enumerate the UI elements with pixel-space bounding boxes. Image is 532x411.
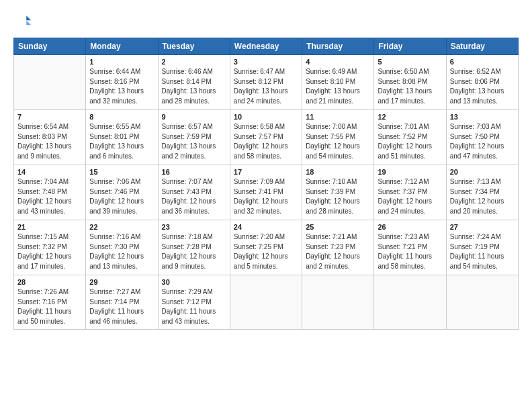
calendar-cell: 22Sunrise: 7:16 AM Sunset: 7:30 PM Dayli… (86, 220, 158, 275)
calendar-week-row: 21Sunrise: 7:15 AM Sunset: 7:32 PM Dayli… (14, 220, 519, 275)
calendar-cell: 21Sunrise: 7:15 AM Sunset: 7:32 PM Dayli… (14, 220, 86, 275)
calendar-cell: 15Sunrise: 7:06 AM Sunset: 7:46 PM Dayli… (86, 165, 158, 220)
day-info: Sunrise: 6:46 AM Sunset: 8:14 PM Dayligh… (162, 67, 226, 106)
day-info: Sunrise: 7:10 AM Sunset: 7:39 PM Dayligh… (306, 177, 370, 216)
calendar-cell (230, 275, 302, 330)
day-info: Sunrise: 7:07 AM Sunset: 7:43 PM Dayligh… (162, 177, 226, 216)
day-info: Sunrise: 7:00 AM Sunset: 7:55 PM Dayligh… (306, 122, 370, 161)
day-number: 11 (306, 113, 370, 121)
logo (13, 12, 35, 31)
day-info: Sunrise: 6:57 AM Sunset: 7:59 PM Dayligh… (162, 122, 226, 161)
calendar-cell: 5Sunrise: 6:50 AM Sunset: 8:08 PM Daylig… (374, 55, 446, 110)
day-number: 20 (450, 168, 515, 176)
day-info: Sunrise: 6:49 AM Sunset: 8:10 PM Dayligh… (306, 67, 370, 106)
day-number: 7 (17, 113, 82, 121)
calendar-cell: 11Sunrise: 7:00 AM Sunset: 7:55 PM Dayli… (302, 110, 374, 165)
day-info: Sunrise: 7:03 AM Sunset: 7:50 PM Dayligh… (450, 122, 515, 161)
calendar-cell: 24Sunrise: 7:20 AM Sunset: 7:25 PM Dayli… (230, 220, 302, 275)
day-number: 5 (378, 58, 442, 66)
day-number: 26 (378, 223, 442, 231)
day-number: 27 (450, 223, 515, 231)
calendar-cell: 14Sunrise: 7:04 AM Sunset: 7:48 PM Dayli… (14, 165, 86, 220)
logo-icon (13, 12, 32, 31)
calendar-cell (14, 55, 86, 110)
calendar-cell: 4Sunrise: 6:49 AM Sunset: 8:10 PM Daylig… (302, 55, 374, 110)
day-number: 10 (234, 113, 298, 121)
day-number: 30 (162, 278, 226, 286)
header (13, 12, 519, 31)
calendar-cell: 30Sunrise: 7:29 AM Sunset: 7:12 PM Dayli… (158, 275, 230, 330)
calendar-header-sunday: Sunday (14, 38, 86, 55)
day-info: Sunrise: 7:20 AM Sunset: 7:25 PM Dayligh… (234, 232, 298, 271)
calendar-table: SundayMondayTuesdayWednesdayThursdayFrid… (13, 38, 519, 330)
calendar-cell: 1Sunrise: 6:44 AM Sunset: 8:16 PM Daylig… (86, 55, 158, 110)
calendar-cell: 2Sunrise: 6:46 AM Sunset: 8:14 PM Daylig… (158, 55, 230, 110)
day-info: Sunrise: 6:47 AM Sunset: 8:12 PM Dayligh… (234, 67, 298, 106)
day-number: 8 (89, 113, 154, 121)
calendar-cell: 17Sunrise: 7:09 AM Sunset: 7:41 PM Dayli… (230, 165, 302, 220)
day-info: Sunrise: 7:09 AM Sunset: 7:41 PM Dayligh… (234, 177, 298, 216)
calendar-cell: 12Sunrise: 7:01 AM Sunset: 7:52 PM Dayli… (374, 110, 446, 165)
calendar-cell: 3Sunrise: 6:47 AM Sunset: 8:12 PM Daylig… (230, 55, 302, 110)
day-number: 25 (306, 223, 370, 231)
calendar-cell: 18Sunrise: 7:10 AM Sunset: 7:39 PM Dayli… (302, 165, 374, 220)
day-info: Sunrise: 6:58 AM Sunset: 7:57 PM Dayligh… (234, 122, 298, 161)
day-info: Sunrise: 7:24 AM Sunset: 7:19 PM Dayligh… (450, 232, 515, 271)
calendar-header-row: SundayMondayTuesdayWednesdayThursdayFrid… (14, 38, 519, 55)
calendar-page: SundayMondayTuesdayWednesdayThursdayFrid… (0, 0, 532, 411)
svg-marker-0 (26, 15, 31, 20)
day-number: 15 (89, 168, 154, 176)
calendar-week-row: 1Sunrise: 6:44 AM Sunset: 8:16 PM Daylig… (14, 55, 519, 110)
calendar-cell: 7Sunrise: 6:54 AM Sunset: 8:03 PM Daylig… (14, 110, 86, 165)
day-number: 6 (450, 58, 515, 66)
calendar-header-saturday: Saturday (446, 38, 518, 55)
calendar-cell: 6Sunrise: 6:52 AM Sunset: 8:06 PM Daylig… (446, 55, 518, 110)
day-info: Sunrise: 7:13 AM Sunset: 7:34 PM Dayligh… (450, 177, 515, 216)
calendar-cell: 10Sunrise: 6:58 AM Sunset: 7:57 PM Dayli… (230, 110, 302, 165)
day-number: 2 (162, 58, 226, 66)
calendar-cell: 29Sunrise: 7:27 AM Sunset: 7:14 PM Dayli… (86, 275, 158, 330)
calendar-cell (374, 275, 446, 330)
day-info: Sunrise: 7:12 AM Sunset: 7:37 PM Dayligh… (378, 177, 442, 216)
calendar-cell (302, 275, 374, 330)
calendar-cell: 20Sunrise: 7:13 AM Sunset: 7:34 PM Dayli… (446, 165, 518, 220)
day-info: Sunrise: 7:15 AM Sunset: 7:32 PM Dayligh… (17, 232, 82, 271)
calendar-cell: 13Sunrise: 7:03 AM Sunset: 7:50 PM Dayli… (446, 110, 518, 165)
day-number: 29 (89, 278, 154, 286)
day-number: 23 (162, 223, 226, 231)
day-number: 3 (234, 58, 298, 66)
day-info: Sunrise: 7:27 AM Sunset: 7:14 PM Dayligh… (89, 287, 154, 326)
day-info: Sunrise: 7:16 AM Sunset: 7:30 PM Dayligh… (89, 232, 154, 271)
calendar-cell: 9Sunrise: 6:57 AM Sunset: 7:59 PM Daylig… (158, 110, 230, 165)
day-number: 21 (17, 223, 82, 231)
day-info: Sunrise: 6:55 AM Sunset: 8:01 PM Dayligh… (89, 122, 154, 161)
calendar-cell: 23Sunrise: 7:18 AM Sunset: 7:28 PM Dayli… (158, 220, 230, 275)
day-info: Sunrise: 7:18 AM Sunset: 7:28 PM Dayligh… (162, 232, 226, 271)
day-number: 18 (306, 168, 370, 176)
calendar-cell: 27Sunrise: 7:24 AM Sunset: 7:19 PM Dayli… (446, 220, 518, 275)
day-number: 22 (89, 223, 154, 231)
day-number: 14 (17, 168, 82, 176)
day-info: Sunrise: 7:26 AM Sunset: 7:16 PM Dayligh… (17, 287, 82, 326)
day-number: 13 (450, 113, 515, 121)
day-number: 9 (162, 113, 226, 121)
day-number: 4 (306, 58, 370, 66)
day-number: 1 (89, 58, 154, 66)
day-info: Sunrise: 7:21 AM Sunset: 7:23 PM Dayligh… (306, 232, 370, 271)
svg-marker-1 (26, 20, 31, 25)
day-info: Sunrise: 7:04 AM Sunset: 7:48 PM Dayligh… (17, 177, 82, 216)
day-info: Sunrise: 6:52 AM Sunset: 8:06 PM Dayligh… (450, 67, 515, 106)
calendar-cell: 8Sunrise: 6:55 AM Sunset: 8:01 PM Daylig… (86, 110, 158, 165)
calendar-header-tuesday: Tuesday (158, 38, 230, 55)
day-info: Sunrise: 6:44 AM Sunset: 8:16 PM Dayligh… (89, 67, 154, 106)
calendar-cell: 16Sunrise: 7:07 AM Sunset: 7:43 PM Dayli… (158, 165, 230, 220)
day-number: 19 (378, 168, 442, 176)
calendar-cell: 25Sunrise: 7:21 AM Sunset: 7:23 PM Dayli… (302, 220, 374, 275)
day-info: Sunrise: 6:54 AM Sunset: 8:03 PM Dayligh… (17, 122, 82, 161)
day-info: Sunrise: 6:50 AM Sunset: 8:08 PM Dayligh… (378, 67, 442, 106)
day-info: Sunrise: 7:29 AM Sunset: 7:12 PM Dayligh… (162, 287, 226, 326)
day-info: Sunrise: 7:01 AM Sunset: 7:52 PM Dayligh… (378, 122, 442, 161)
day-info: Sunrise: 7:23 AM Sunset: 7:21 PM Dayligh… (378, 232, 442, 271)
calendar-week-row: 7Sunrise: 6:54 AM Sunset: 8:03 PM Daylig… (14, 110, 519, 165)
calendar-cell: 28Sunrise: 7:26 AM Sunset: 7:16 PM Dayli… (14, 275, 86, 330)
